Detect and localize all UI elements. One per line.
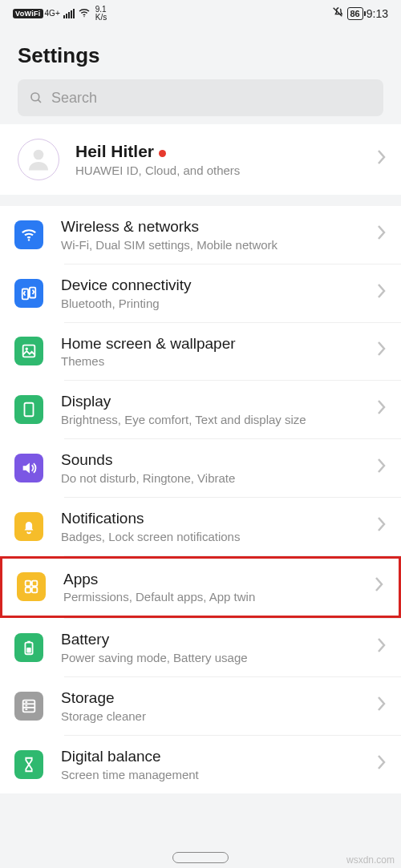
settings-row-apps[interactable]: AppsPermissions, Default apps, App twin: [2, 559, 399, 616]
search-input[interactable]: Search: [18, 79, 383, 116]
connectivity-icon: [14, 279, 43, 308]
chevron-right-icon: [372, 149, 387, 170]
row-title: Notifications: [61, 509, 372, 528]
vowifi-badge: VoWiFi: [13, 9, 43, 18]
svg-point-4: [28, 239, 30, 240]
svg-rect-17: [23, 700, 35, 713]
data-speed: 9.1K/s: [95, 6, 107, 22]
row-subtitle: Screen time management: [61, 768, 372, 782]
row-subtitle: Wi-Fi, Dual SIM settings, Mobile network: [61, 238, 372, 252]
row-title: Digital balance: [61, 747, 372, 766]
svg-rect-16: [26, 648, 31, 652]
display-icon: [14, 395, 43, 424]
row-title: Storage: [61, 688, 372, 708]
battery-icon: [14, 633, 43, 662]
chevron-right-icon: [370, 576, 384, 597]
settings-row-display[interactable]: DisplayBrightness, Eye comfort, Text and…: [0, 381, 401, 438]
svg-rect-13: [32, 587, 37, 592]
svg-point-1: [31, 93, 39, 101]
storage-icon: [14, 692, 43, 721]
chevron-right-icon: [372, 341, 387, 361]
chevron-right-icon: [372, 399, 387, 420]
row-title: Wireless & networks: [61, 217, 372, 236]
row-title: Battery: [61, 630, 372, 649]
sounds-icon: [14, 454, 43, 482]
chevron-right-icon: [372, 637, 387, 658]
row-subtitle: Brightness, Eye comfort, Text and displa…: [61, 413, 372, 427]
wallpaper-icon: [14, 337, 43, 365]
chevron-right-icon: [372, 224, 387, 245]
row-subtitle: Storage cleaner: [61, 709, 372, 724]
watermark: wsxdn.com: [346, 854, 395, 866]
clock: 9:13: [367, 7, 388, 20]
row-subtitle: Badges, Lock screen notifications: [61, 530, 372, 544]
svg-rect-11: [32, 581, 37, 586]
mute-icon: [331, 6, 344, 21]
row-title: Sounds: [61, 450, 372, 470]
settings-row-wifi[interactable]: Wireless & networksWi-Fi, Dual SIM setti…: [0, 206, 401, 264]
settings-row-battery[interactable]: BatteryPower saving mode, Battery usage: [0, 619, 401, 676]
row-title: Device connectivity: [61, 276, 372, 295]
row-title: Display: [61, 392, 372, 411]
home-indicator[interactable]: [172, 852, 229, 863]
svg-point-0: [83, 16, 84, 17]
page-title: Settings: [0, 24, 401, 79]
row-title: Home screen & wallpaper: [61, 334, 372, 353]
notification-dot-icon: [159, 150, 166, 157]
row-subtitle: Themes: [61, 354, 372, 369]
svg-rect-7: [23, 345, 35, 357]
svg-rect-9: [25, 403, 34, 417]
avatar: [18, 139, 59, 180]
svg-point-8: [26, 348, 28, 350]
svg-rect-6: [30, 287, 35, 297]
balance-icon: [14, 750, 43, 779]
chevron-right-icon: [372, 696, 387, 717]
settings-row-balance[interactable]: Digital balanceScreen time management: [0, 736, 401, 793]
row-title: Apps: [63, 570, 370, 589]
svg-line-2: [38, 99, 41, 103]
settings-row-connectivity[interactable]: Device connectivityBluetooth, Printing: [0, 264, 401, 322]
svg-point-3: [34, 150, 44, 160]
search-placeholder: Search: [51, 90, 97, 107]
row-subtitle: Bluetooth, Printing: [61, 297, 372, 311]
profile-row[interactable]: Heil Hitler HUAWEI ID, Cloud, and others: [0, 124, 401, 195]
wifi-status-icon: [78, 6, 91, 21]
search-icon: [29, 91, 43, 105]
chevron-right-icon: [372, 754, 387, 775]
apps-icon: [17, 572, 46, 601]
settings-row-wallpaper[interactable]: Home screen & wallpaperThemes: [0, 323, 401, 381]
status-bar: VoWiFi 4G+ 9.1K/s 86 9:13: [0, 0, 401, 24]
chevron-right-icon: [372, 458, 387, 478]
settings-list: Wireless & networksWi-Fi, Dual SIM setti…: [0, 206, 401, 793]
chevron-right-icon: [372, 283, 387, 304]
svg-rect-15: [27, 641, 30, 643]
profile-name: Heil Hitler: [75, 142, 154, 160]
settings-row-storage[interactable]: StorageStorage cleaner: [0, 677, 401, 735]
row-subtitle: Power saving mode, Battery usage: [61, 651, 372, 665]
notifications-icon: [14, 512, 43, 541]
svg-rect-5: [22, 289, 28, 299]
row-subtitle: Permissions, Default apps, App twin: [63, 590, 370, 604]
network-type: 4G+: [45, 10, 60, 18]
settings-row-notifications[interactable]: NotificationsBadges, Lock screen notific…: [0, 498, 401, 555]
chevron-right-icon: [372, 516, 387, 537]
row-subtitle: Do not disturb, Ringtone, Vibrate: [61, 471, 372, 486]
signal-icon: [63, 9, 75, 18]
settings-row-sounds[interactable]: SoundsDo not disturb, Ringtone, Vibrate: [0, 439, 401, 497]
svg-rect-10: [26, 581, 30, 586]
wifi-icon: [14, 220, 43, 249]
battery-indicator: 86: [347, 7, 363, 20]
svg-rect-12: [26, 587, 30, 592]
profile-subtitle: HUAWEI ID, Cloud, and others: [75, 164, 372, 178]
